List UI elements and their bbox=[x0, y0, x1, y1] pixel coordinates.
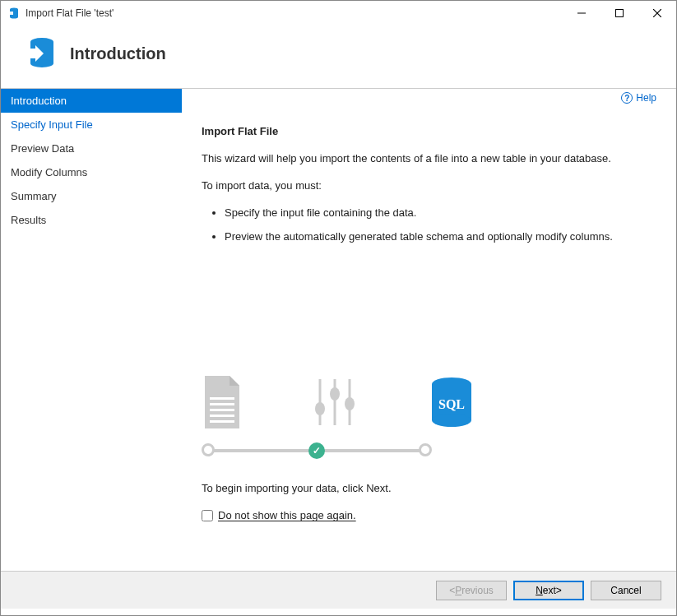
help-icon: ? bbox=[621, 92, 633, 104]
do-not-show-label[interactable]: Do not show this page again. bbox=[218, 509, 356, 521]
page-header: Introduction bbox=[1, 25, 676, 88]
svg-rect-19 bbox=[210, 420, 234, 423]
svg-marker-14 bbox=[230, 376, 239, 386]
svg-rect-15 bbox=[210, 397, 234, 400]
database-import-icon bbox=[17, 34, 57, 73]
timeline-dot-end bbox=[419, 443, 432, 456]
instructions-list: Specify the input file containing the da… bbox=[225, 206, 656, 254]
help-label: Help bbox=[636, 92, 656, 104]
instruction-item: Specify the input file containing the da… bbox=[225, 206, 656, 219]
instruction-item: Preview the automatically generated tabl… bbox=[225, 230, 656, 243]
help-link[interactable]: ? Help bbox=[621, 92, 656, 104]
svg-rect-3 bbox=[7, 12, 13, 15]
svg-rect-11 bbox=[17, 49, 35, 58]
do-not-show-checkbox[interactable] bbox=[202, 510, 213, 521]
file-icon bbox=[202, 376, 243, 431]
sidebar-item-introduction[interactable]: Introduction bbox=[1, 89, 182, 113]
next-button[interactable]: Next > bbox=[513, 581, 584, 600]
timeline: ✓ bbox=[202, 442, 432, 459]
svg-point-24 bbox=[330, 387, 340, 401]
sidebar: Introduction Specify Input File Preview … bbox=[1, 89, 182, 571]
section-title: Import Flat File bbox=[202, 125, 656, 137]
footer-buttons: < Previous Next > Cancel bbox=[1, 571, 676, 609]
instructions-heading: To import data, you must: bbox=[202, 179, 656, 192]
svg-rect-18 bbox=[210, 415, 234, 417]
intro-text: This wizard will help you import the con… bbox=[202, 152, 656, 164]
svg-point-2 bbox=[10, 16, 18, 19]
sidebar-item-results[interactable]: Results bbox=[1, 208, 182, 232]
close-button[interactable] bbox=[638, 1, 676, 25]
svg-text:SQL: SQL bbox=[438, 397, 465, 411]
wizard-graphic: SQL bbox=[202, 376, 656, 431]
svg-point-28 bbox=[432, 414, 471, 427]
maximize-button[interactable] bbox=[600, 1, 638, 25]
app-icon bbox=[7, 7, 21, 20]
svg-rect-5 bbox=[616, 10, 624, 17]
svg-rect-16 bbox=[210, 403, 234, 405]
timeline-dot-start bbox=[202, 443, 215, 456]
sliders-icon bbox=[310, 376, 359, 431]
sidebar-item-modify-columns[interactable]: Modify Columns bbox=[1, 160, 182, 184]
sidebar-item-summary[interactable]: Summary bbox=[1, 184, 182, 208]
svg-point-25 bbox=[345, 397, 355, 410]
svg-point-10 bbox=[30, 59, 53, 67]
timeline-check-icon: ✓ bbox=[308, 442, 325, 459]
cancel-button[interactable]: Cancel bbox=[591, 581, 661, 600]
window-title: Import Flat File 'test' bbox=[26, 7, 563, 19]
page-title: Introduction bbox=[70, 44, 166, 63]
previous-button: < Previous bbox=[436, 581, 507, 600]
sidebar-item-preview-data[interactable]: Preview Data bbox=[1, 137, 182, 160]
content-area: ? Help Import Flat File This wizard will… bbox=[182, 89, 676, 571]
begin-text: To begin importing your data, click Next… bbox=[202, 482, 656, 494]
minimize-button[interactable] bbox=[563, 1, 600, 25]
svg-point-23 bbox=[315, 402, 325, 415]
svg-rect-17 bbox=[210, 409, 234, 411]
sql-database-icon: SQL bbox=[427, 376, 476, 431]
titlebar: Import Flat File 'test' bbox=[1, 1, 676, 25]
sidebar-item-specify-input-file[interactable]: Specify Input File bbox=[1, 113, 182, 137]
